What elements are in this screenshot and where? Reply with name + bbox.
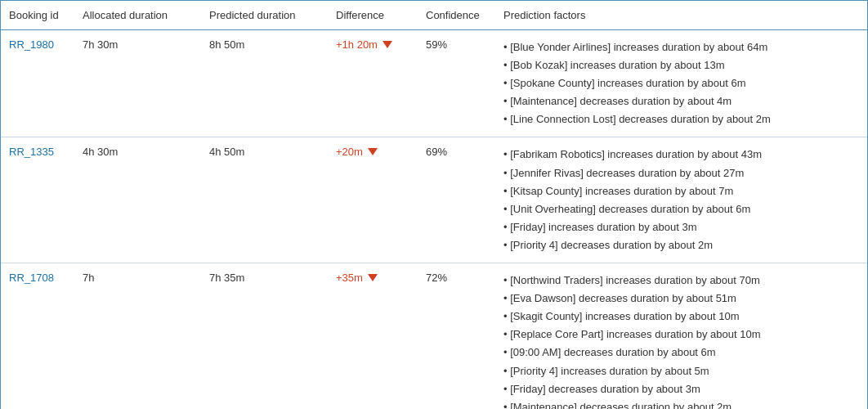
booking-id-link[interactable]: RR_1980 bbox=[9, 38, 54, 51]
prediction-factors-cell: • [Fabrikam Robotics] increases duration… bbox=[495, 137, 867, 263]
header-predicted: Predicted duration bbox=[201, 1, 328, 30]
table-row: RR_13354h 30m4h 50m+20m69%• [Fabrikam Ro… bbox=[1, 137, 867, 263]
prediction-factor-item: • [Friday] decreases duration by about 3… bbox=[503, 380, 859, 398]
prediction-factor-item: • [Priority 4] decreases duration by abo… bbox=[503, 236, 859, 254]
booking-id-cell: RR_1708 bbox=[1, 263, 74, 409]
prediction-factor-item: • [Maintenance] decreases duration by ab… bbox=[503, 92, 859, 110]
difference-value: +20m bbox=[336, 146, 409, 158]
confidence-cell: 69% bbox=[418, 137, 495, 263]
difference-cell: +20m bbox=[328, 137, 418, 263]
prediction-factor-item: • [Line Connection Lost] decreases durat… bbox=[503, 110, 859, 128]
prediction-factor-item: • [Bob Kozak] increases duration by abou… bbox=[503, 56, 859, 74]
prediction-factors-cell: • [Northwind Traders] increases duration… bbox=[495, 263, 867, 409]
down-triangle-icon bbox=[368, 274, 378, 281]
prediction-factor-item: • [Kitsap County] increases duration by … bbox=[503, 182, 859, 200]
difference-cell: +1h 20m bbox=[328, 30, 418, 137]
booking-id-cell: RR_1980 bbox=[1, 30, 74, 137]
header-factors: Prediction factors bbox=[495, 1, 867, 30]
prediction-factor-item: • [Eva Dawson] decreases duration by abo… bbox=[503, 290, 859, 308]
difference-value: +1h 20m bbox=[336, 38, 409, 51]
prediction-factor-item: • [Northwind Traders] increases duration… bbox=[503, 272, 859, 290]
down-triangle-icon bbox=[368, 148, 378, 155]
down-triangle-icon bbox=[383, 41, 392, 48]
header-booking-id: Booking id bbox=[1, 1, 74, 30]
allocated-duration-cell: 4h 30m bbox=[74, 137, 201, 263]
prediction-factor-item: • [Jennifer Rivas] decreases duration by… bbox=[503, 164, 859, 182]
table-row: RR_17087h7h 35m+35m72%• [Northwind Trade… bbox=[1, 263, 867, 409]
prediction-factor-item: • [Unit Overheating] decreases duration … bbox=[503, 200, 859, 218]
allocated-duration-cell: 7h bbox=[74, 263, 201, 409]
table-header-row: Booking id Allocated duration Predicted … bbox=[1, 1, 867, 30]
confidence-cell: 72% bbox=[418, 263, 495, 409]
predicted-duration-cell: 4h 50m bbox=[201, 137, 328, 263]
prediction-factor-item: • [Replace Core Part] increases duration… bbox=[503, 326, 859, 344]
prediction-factor-item: • [Friday] increases duration by about 3… bbox=[503, 218, 859, 236]
booking-id-link[interactable]: RR_1708 bbox=[9, 272, 54, 284]
booking-id-link[interactable]: RR_1335 bbox=[9, 146, 54, 158]
prediction-factor-item: • [Spokane County] increases duration by… bbox=[503, 74, 859, 92]
table-row: RR_19807h 30m8h 50m+1h 20m59%• [Blue Yon… bbox=[1, 30, 867, 137]
allocated-duration-cell: 7h 30m bbox=[74, 30, 201, 137]
prediction-factor-item: • [Skagit County] increases duration by … bbox=[503, 308, 859, 326]
prediction-factor-item: • [Maintenance] decreases duration by ab… bbox=[503, 398, 859, 409]
header-allocated: Allocated duration bbox=[74, 1, 201, 30]
prediction-factor-item: • [09:00 AM] decreases duration by about… bbox=[503, 344, 859, 362]
prediction-factor-item: • [Blue Yonder Airlines] increases durat… bbox=[503, 38, 859, 56]
prediction-factor-item: • [Fabrikam Robotics] increases duration… bbox=[503, 146, 859, 164]
difference-cell: +35m bbox=[328, 263, 418, 409]
prediction-factors-cell: • [Blue Yonder Airlines] increases durat… bbox=[495, 30, 867, 137]
prediction-table: Booking id Allocated duration Predicted … bbox=[0, 0, 868, 409]
predicted-duration-cell: 7h 35m bbox=[201, 263, 328, 409]
difference-value: +35m bbox=[336, 272, 409, 284]
header-confidence: Confidence bbox=[418, 1, 495, 30]
prediction-factor-item: • [Priority 4] increases duration by abo… bbox=[503, 362, 859, 380]
header-difference: Difference bbox=[328, 1, 418, 30]
booking-id-cell: RR_1335 bbox=[1, 137, 74, 263]
predicted-duration-cell: 8h 50m bbox=[201, 30, 328, 137]
confidence-cell: 59% bbox=[418, 30, 495, 137]
